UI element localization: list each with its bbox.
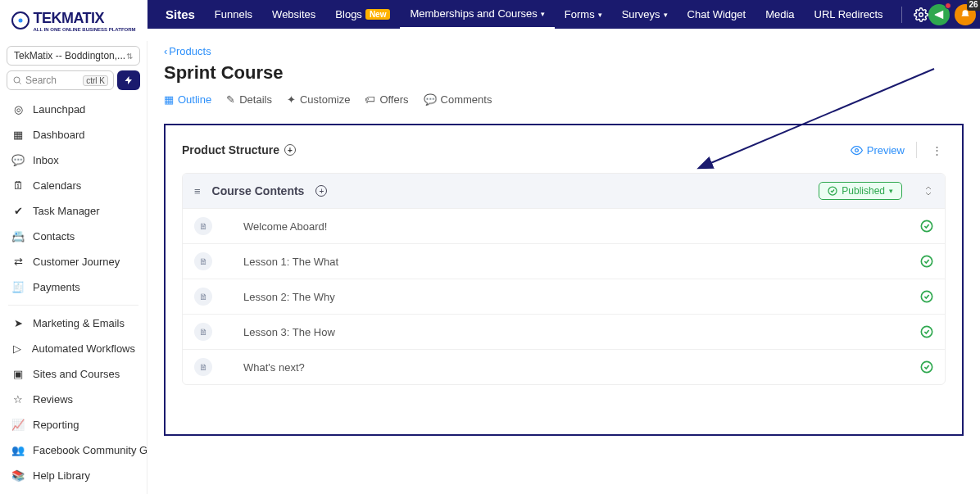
content-tabs: ▦Outline✎Details✦Customize🏷Offers💬Commen… (164, 93, 964, 106)
sidebar-item-launchpad[interactable]: ◎Launchpad (0, 97, 147, 122)
tab-icon: ✦ (287, 93, 296, 106)
nav-websites[interactable]: Websites (262, 0, 325, 29)
file-icon: 🗎 (194, 358, 212, 376)
publish-status-dropdown[interactable]: Published ▾ (819, 182, 902, 200)
search-input[interactable]: Search ctrl K (7, 70, 114, 90)
drag-handle-icon[interactable]: ≡ (194, 185, 201, 197)
nav-surveys[interactable]: Surveys▾ (612, 0, 678, 29)
sidebar-item-inbox[interactable]: 💬Inbox (0, 147, 147, 173)
sidebar-icon: 💬 (11, 154, 25, 166)
lesson-name: Lesson 1: The What (243, 256, 338, 268)
tab-icon: 🏷 (365, 93, 375, 106)
lesson-row[interactable]: 🗎Lesson 2: The Why (183, 279, 945, 314)
tab-customize[interactable]: ✦Customize (287, 93, 350, 106)
quick-action-button[interactable] (117, 70, 140, 90)
nav-blogs[interactable]: BlogsNew (325, 0, 400, 29)
sidebar-icon: 📚 (11, 469, 25, 482)
brand-subtitle: ALL IN ONE ONLINE BUSINESS PLATFORM (33, 27, 135, 32)
check-circle-icon (828, 186, 837, 196)
sidebar-item-dashboard[interactable]: ▦Dashboard (0, 122, 147, 147)
file-icon: 🗎 (194, 217, 212, 235)
sidebar-item-label: Inbox (33, 154, 59, 166)
sidebar-icon: ✔ (11, 205, 25, 217)
account-selector[interactable]: TekMatix -- Boddington,... ⇅ (7, 46, 140, 66)
sidebar-item-label: Marketing & Emails (33, 317, 125, 329)
sidebar-item-help-library[interactable]: 📚Help Library (0, 463, 147, 488)
nav-chat-widget[interactable]: Chat Widget (678, 0, 756, 29)
nav-url-redirects[interactable]: URL Redirects (805, 0, 893, 29)
lesson-row[interactable]: 🗎Lesson 3: The How (183, 314, 945, 349)
separator (916, 142, 917, 158)
more-options-button[interactable]: ⋮ (928, 144, 946, 156)
nav-media[interactable]: Media (755, 0, 804, 29)
nav-label: Media (765, 8, 794, 20)
publish-status-label: Published (842, 185, 885, 197)
svg-point-4 (855, 148, 858, 152)
sidebar-item-label: Launchpad (33, 103, 85, 116)
nav-divider (901, 7, 902, 23)
sidebar: TekMatix -- Boddington,... ⇅ Search ctrl… (0, 41, 147, 494)
nav-funnels[interactable]: Funnels (205, 0, 262, 29)
tab-offers[interactable]: 🏷Offers (365, 93, 408, 106)
sidebar-item-customer-journey[interactable]: ⇄Customer Journey (0, 249, 147, 274)
add-lesson-button[interactable]: + (315, 185, 327, 197)
announcement-button[interactable] (928, 4, 950, 25)
sidebar-item-label: Customer Journey (33, 256, 120, 268)
logo-icon (11, 11, 29, 29)
tab-icon: ✎ (226, 93, 235, 106)
sidebar-icon: ▦ (11, 129, 25, 141)
sidebar-icon: ◎ (11, 103, 25, 116)
nav-sites[interactable]: Sites (156, 0, 205, 29)
sidebar-icon: 🧾 (11, 281, 25, 293)
tab-outline[interactable]: ▦Outline (164, 93, 211, 106)
sidebar-item-facebook-community-g-[interactable]: 👥Facebook Community G... (0, 437, 147, 463)
tab-label: Offers (379, 93, 408, 106)
sidebar-item-payments[interactable]: 🧾Payments (0, 274, 147, 300)
breadcrumb-back[interactable]: ‹ Products (164, 45, 211, 57)
tab-label: Comments (441, 93, 492, 106)
eye-icon (851, 144, 863, 156)
tab-label: Details (239, 93, 272, 106)
tab-label: Customize (300, 93, 350, 106)
preview-label: Preview (867, 144, 905, 156)
add-module-button[interactable]: + (284, 144, 296, 156)
lesson-row[interactable]: 🗎Lesson 1: The What (183, 243, 945, 279)
lesson-name: Welcome Aboard! (243, 220, 327, 233)
sidebar-item-contacts[interactable]: 📇Contacts (0, 224, 147, 249)
lesson-row[interactable]: 🗎What's next? (183, 349, 945, 384)
sidebar-item-marketing-emails[interactable]: ➤Marketing & Emails (0, 310, 147, 336)
sidebar-item-task-manager[interactable]: ✔Task Manager (0, 198, 147, 224)
nav-label: Blogs (335, 8, 362, 20)
settings-icon[interactable] (914, 7, 928, 22)
sidebar-item-sites-and-courses[interactable]: ▣Sites and Courses (0, 361, 147, 387)
tab-details[interactable]: ✎Details (226, 93, 272, 106)
brand-logo: TEKMATIX ALL IN ONE ONLINE BUSINESS PLAT… (0, 0, 147, 41)
expand-collapse-button[interactable] (923, 185, 933, 197)
brand-name: TEKMATIX (33, 10, 104, 26)
lesson-name: What's next? (243, 361, 305, 374)
nav-memberships-and-courses[interactable]: Memberships and Courses▾ (400, 0, 554, 29)
sidebar-icon: ▷ (11, 342, 24, 355)
lesson-row[interactable]: 🗎Welcome Aboard! (183, 208, 945, 243)
chevron-left-icon: ‹ (164, 45, 167, 57)
nav-forms[interactable]: Forms▾ (555, 0, 612, 29)
sidebar-item-label: Task Manager (33, 205, 100, 217)
lesson-name: Lesson 2: The Why (243, 291, 335, 303)
new-badge: New (365, 9, 391, 20)
sidebar-divider (8, 305, 138, 306)
tab-icon: ▦ (164, 93, 174, 106)
chevron-down-icon: ▾ (889, 187, 893, 195)
tab-comments[interactable]: 💬Comments (424, 93, 492, 106)
notification-count: 26 (967, 0, 981, 11)
sidebar-item-calendars[interactable]: 🗓Calendars (0, 173, 147, 198)
search-placeholder: Search (25, 75, 57, 86)
sidebar-item-reporting[interactable]: 📈Reporting (0, 412, 147, 437)
chevron-down-icon: ▾ (541, 10, 545, 18)
notification-button[interactable]: 26 (955, 4, 976, 25)
tab-label: Outline (178, 93, 211, 106)
sidebar-item-reviews[interactable]: ☆Reviews (0, 387, 147, 412)
sidebar-icon: 📈 (11, 419, 25, 431)
sidebar-item-automated-workflows[interactable]: ▷Automated Workflows (0, 336, 147, 361)
preview-button[interactable]: Preview (851, 144, 905, 156)
product-structure-panel: Product Structure + Preview ⋮ ≡ Course C… (164, 124, 964, 436)
